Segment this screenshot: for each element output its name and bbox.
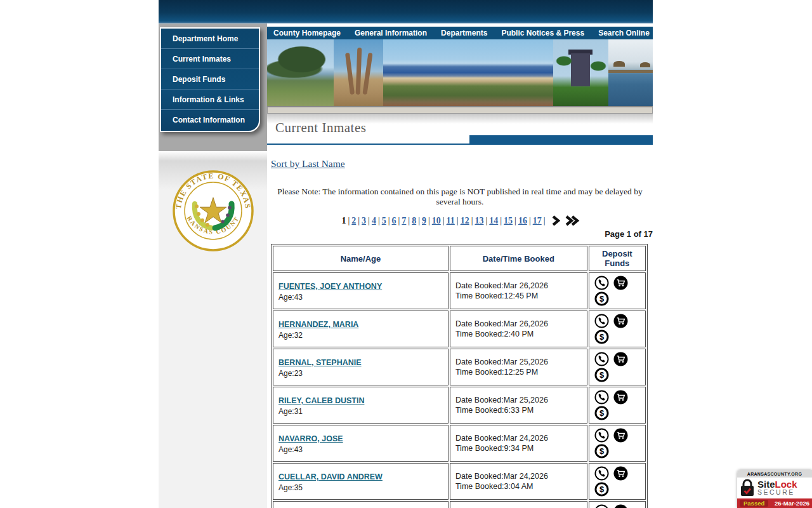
title-blue-bar xyxy=(469,135,653,144)
dollar-icon[interactable]: $ xyxy=(594,330,609,344)
table-row: RILEY, CALEB DUSTIN Age:31 Date Booked:M… xyxy=(273,387,646,424)
page-link-8[interactable]: 8 xyxy=(410,216,417,226)
svg-text:$: $ xyxy=(599,446,604,456)
column-header-date-booked: Date/Time Booked xyxy=(450,246,587,271)
sort-by-last-name-link[interactable]: Sort by Last Name xyxy=(271,158,345,169)
title-rule xyxy=(267,136,653,145)
date-time-cell: Date Booked:Mar 24,2026 Time Booked:2:54… xyxy=(450,501,587,508)
table-row: HERNANDEZ, MARIA Age:32 Date Booked:Mar … xyxy=(273,311,646,347)
header-photo-banner xyxy=(267,39,653,107)
sitelock-scan-date: 26-Mar-2026 xyxy=(775,500,809,507)
dollar-icon[interactable]: $ xyxy=(594,406,609,420)
banner-photo-sculpture xyxy=(334,39,383,106)
horizontal-scrollbar-strip[interactable] xyxy=(267,107,653,114)
nav-item-public-notices-press[interactable]: Public Notices & Press xyxy=(501,29,584,37)
page-link-17[interactable]: 17 xyxy=(532,216,543,226)
sidebar-item-information-links[interactable]: Information & Links xyxy=(161,90,259,110)
inmate-name-link[interactable]: BERNAL, STEPHANIE xyxy=(278,358,362,367)
cart-icon[interactable] xyxy=(613,352,628,366)
svg-text:$: $ xyxy=(599,332,604,342)
texas-county-seal-icon: THE STATE OF TEXAS ARANSAS COUNTY xyxy=(172,170,254,252)
phone-icon[interactable] xyxy=(594,276,609,290)
banner-photo-bay-beach xyxy=(383,39,553,106)
inmate-name-link[interactable]: CUELLAR, DAVID ANDREW xyxy=(278,472,383,481)
page-link-12[interactable]: 12 xyxy=(459,216,471,226)
inmate-name-link[interactable]: HERNANDEZ, MARIA xyxy=(278,320,358,329)
sidebar-item-contact-information[interactable]: Contact Information xyxy=(161,110,259,130)
dollar-icon[interactable]: $ xyxy=(594,368,609,382)
name-age-cell: FUENTES, JOEY ANTHONY Age:43 xyxy=(273,272,449,309)
date-time-cell: Date Booked:Mar 26,2026 Time Booked:2:40… xyxy=(450,311,587,347)
inmate-age: Age:43 xyxy=(278,293,443,302)
next-page-arrow[interactable] xyxy=(551,215,560,226)
name-age-cell: HERNANDEZ, MARIA Age:32 xyxy=(273,311,449,347)
sitelock-badge[interactable]: ARANSASCOUNTY.ORG SiteLock SECURE Passed… xyxy=(737,470,812,508)
page-link-6[interactable]: 6 xyxy=(391,216,398,226)
page-link-7[interactable]: 7 xyxy=(400,216,407,226)
date-booked: Date Booked:Mar 25,2026 xyxy=(455,357,582,367)
banner-photo-fishing-pier xyxy=(608,39,653,106)
svg-text:$: $ xyxy=(599,408,604,418)
date-booked: Date Booked:Mar 26,2026 xyxy=(455,319,582,329)
page-link-11[interactable]: 11 xyxy=(445,216,456,226)
phone-icon[interactable] xyxy=(594,390,609,404)
last-page-arrow[interactable] xyxy=(565,215,580,226)
page-link-14[interactable]: 14 xyxy=(488,216,499,226)
sitelock-secure-label: SECURE xyxy=(757,489,797,497)
page-link-2[interactable]: 2 xyxy=(350,216,357,226)
sidebar-menu: Department HomeCurrent InmatesDeposit Fu… xyxy=(160,27,260,132)
nav-item-search-online[interactable]: Search Online xyxy=(598,29,650,37)
main-content: County HomepageGeneral InformationDepart… xyxy=(267,27,653,508)
page-link-13[interactable]: 13 xyxy=(473,216,485,226)
nav-item-departments[interactable]: Departments xyxy=(441,29,487,37)
left-sidebar-column: Department HomeCurrent InmatesDeposit Fu… xyxy=(159,23,267,508)
inmates-table: Name/Age Date/Time Booked Deposit Funds … xyxy=(271,244,648,508)
cart-icon[interactable] xyxy=(613,466,628,481)
dollar-icon[interactable]: $ xyxy=(594,482,609,497)
phone-icon[interactable] xyxy=(594,504,609,508)
page-link-5[interactable]: 5 xyxy=(381,216,388,226)
nav-item-county-homepage[interactable]: County Homepage xyxy=(273,29,341,37)
inmate-age: Age:31 xyxy=(278,407,443,416)
inmate-age: Age:32 xyxy=(278,331,443,340)
sidebar-item-deposit-funds[interactable]: Deposit Funds xyxy=(161,69,259,90)
dollar-icon[interactable]: $ xyxy=(594,291,609,306)
phone-icon[interactable] xyxy=(594,466,609,481)
table-row: FUENTES, JOEY ANTHONY Age:43 Date Booked… xyxy=(273,272,646,309)
nav-item-general-information[interactable]: General Information xyxy=(355,29,427,37)
column-header-name-age: Name/Age xyxy=(273,246,449,271)
cart-icon[interactable] xyxy=(613,276,628,290)
page-link-16[interactable]: 16 xyxy=(517,216,528,226)
dollar-icon[interactable]: $ xyxy=(594,444,609,458)
page-link-15[interactable]: 15 xyxy=(502,216,514,226)
cart-icon[interactable] xyxy=(613,428,628,443)
inmate-name-link[interactable]: NAVARRO, JOSE xyxy=(278,434,343,443)
inmate-age: Age:23 xyxy=(278,369,443,378)
phone-icon[interactable] xyxy=(594,314,609,328)
cart-icon[interactable] xyxy=(613,390,628,404)
page-link-9[interactable]: 9 xyxy=(421,216,428,226)
time-booked: Time Booked:12:25 PM xyxy=(455,367,582,377)
deposit-funds-cell: $ xyxy=(589,272,646,309)
inmate-name-link[interactable]: RILEY, CALEB DUSTIN xyxy=(278,396,364,405)
deposit-funds-cell: $ xyxy=(589,387,646,424)
page-link-3[interactable]: 3 xyxy=(360,216,367,226)
cart-icon[interactable] xyxy=(613,314,628,328)
banner-photo-house-palms xyxy=(553,39,608,106)
page-link-4[interactable]: 4 xyxy=(370,216,377,226)
inmate-age: Age:43 xyxy=(278,445,443,454)
phone-icon[interactable] xyxy=(594,352,609,366)
phone-icon[interactable] xyxy=(594,428,609,443)
page-link-10[interactable]: 10 xyxy=(431,216,442,226)
inmate-name-link[interactable]: FUENTES, JOEY ANTHONY xyxy=(278,282,382,291)
page-current: 1 xyxy=(340,216,347,226)
top-header-bar xyxy=(159,0,653,23)
sidebar-item-current-inmates[interactable]: Current Inmates xyxy=(161,49,259,69)
svg-text:$: $ xyxy=(599,294,604,304)
cart-icon[interactable] xyxy=(613,504,628,508)
realtime-disclaimer-note: Please Note: The information contained o… xyxy=(267,187,653,207)
name-age-cell: NAVARRO, JOSE Age:43 xyxy=(273,425,449,462)
sidebar-item-department-home[interactable]: Department Home xyxy=(161,29,259,49)
time-booked: Time Booked:3:04 AM xyxy=(455,481,582,491)
name-age-cell: BERNAL, STEPHANIE Age:23 xyxy=(273,349,449,385)
